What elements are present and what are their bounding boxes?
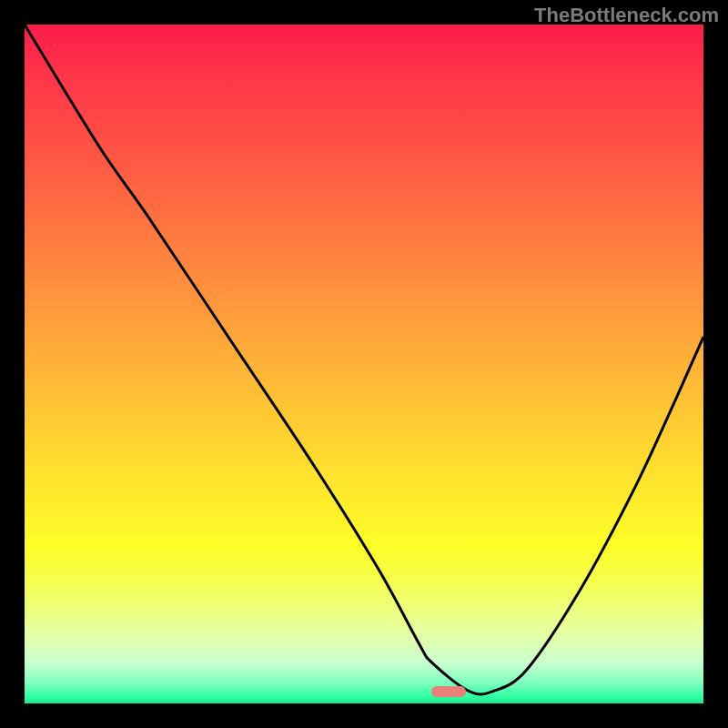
minimum-marker bbox=[431, 686, 466, 697]
chart-container: TheBottleneck.com bbox=[0, 0, 728, 728]
watermark-text: TheBottleneck.com bbox=[534, 4, 719, 27]
plot-area bbox=[25, 25, 703, 703]
bottleneck-curve bbox=[25, 25, 703, 703]
curve-path bbox=[25, 25, 703, 694]
